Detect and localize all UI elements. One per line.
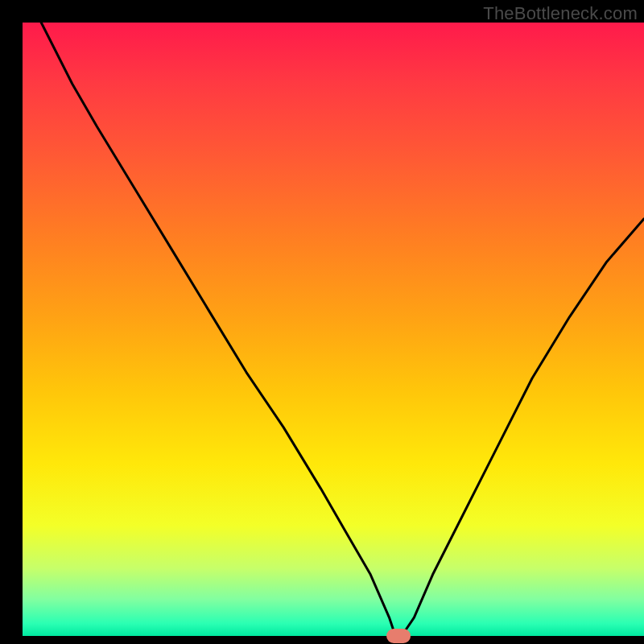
chart-gradient-bg bbox=[23, 23, 644, 636]
optimal-point-marker bbox=[386, 629, 411, 643]
chart-svg bbox=[0, 0, 644, 644]
bottleneck-chart: TheBottleneck.com bbox=[0, 0, 644, 644]
